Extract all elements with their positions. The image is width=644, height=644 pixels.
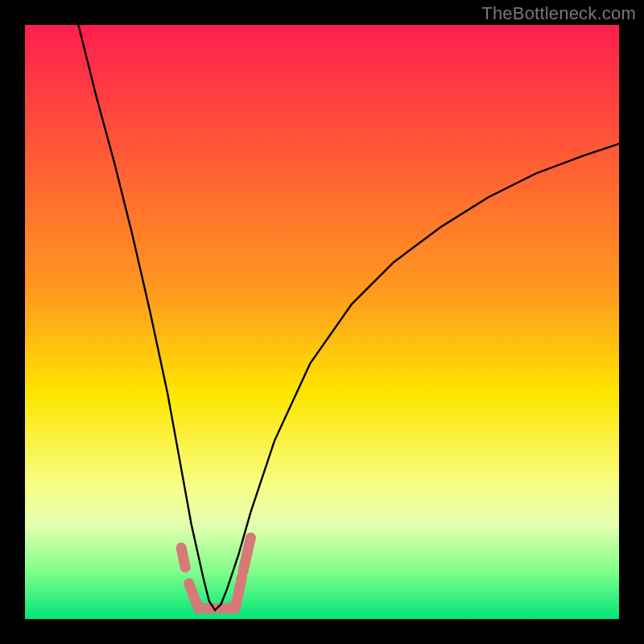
highlight-segment: [235, 577, 242, 608]
watermark-text: TheBottleneck.com: [481, 3, 636, 24]
plot-area: [25, 25, 619, 619]
chart-frame: TheBottleneck.com: [0, 0, 644, 644]
bottleneck-curve-chart: [25, 25, 619, 619]
highlight-segment: [181, 547, 185, 567]
gradient-background: [25, 25, 619, 619]
